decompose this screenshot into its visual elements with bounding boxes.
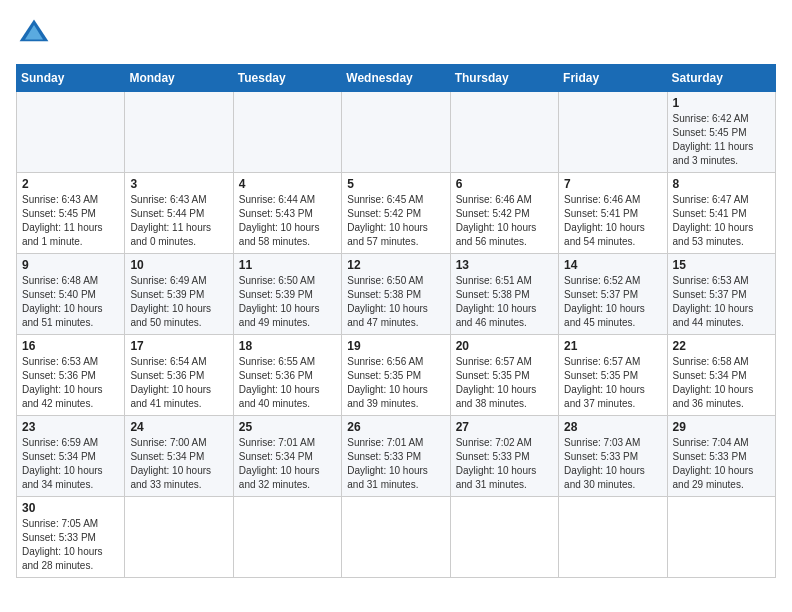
calendar-cell bbox=[342, 92, 450, 173]
calendar-cell bbox=[342, 497, 450, 578]
day-info: Sunrise: 6:46 AM Sunset: 5:42 PM Dayligh… bbox=[456, 193, 553, 249]
calendar-cell bbox=[17, 92, 125, 173]
day-info: Sunrise: 7:01 AM Sunset: 5:33 PM Dayligh… bbox=[347, 436, 444, 492]
day-number: 7 bbox=[564, 177, 661, 191]
calendar-cell bbox=[125, 497, 233, 578]
day-info: Sunrise: 6:53 AM Sunset: 5:37 PM Dayligh… bbox=[673, 274, 770, 330]
day-info: Sunrise: 6:56 AM Sunset: 5:35 PM Dayligh… bbox=[347, 355, 444, 411]
day-number: 4 bbox=[239, 177, 336, 191]
day-number: 27 bbox=[456, 420, 553, 434]
day-info: Sunrise: 6:58 AM Sunset: 5:34 PM Dayligh… bbox=[673, 355, 770, 411]
day-info: Sunrise: 6:57 AM Sunset: 5:35 PM Dayligh… bbox=[456, 355, 553, 411]
calendar-cell: 30Sunrise: 7:05 AM Sunset: 5:33 PM Dayli… bbox=[17, 497, 125, 578]
weekday-header: Sunday bbox=[17, 65, 125, 92]
logo bbox=[16, 16, 58, 52]
day-number: 2 bbox=[22, 177, 119, 191]
day-info: Sunrise: 7:02 AM Sunset: 5:33 PM Dayligh… bbox=[456, 436, 553, 492]
day-info: Sunrise: 6:45 AM Sunset: 5:42 PM Dayligh… bbox=[347, 193, 444, 249]
day-number: 25 bbox=[239, 420, 336, 434]
calendar-cell: 11Sunrise: 6:50 AM Sunset: 5:39 PM Dayli… bbox=[233, 254, 341, 335]
day-info: Sunrise: 6:54 AM Sunset: 5:36 PM Dayligh… bbox=[130, 355, 227, 411]
day-number: 23 bbox=[22, 420, 119, 434]
calendar-cell: 7Sunrise: 6:46 AM Sunset: 5:41 PM Daylig… bbox=[559, 173, 667, 254]
day-number: 24 bbox=[130, 420, 227, 434]
day-info: Sunrise: 6:48 AM Sunset: 5:40 PM Dayligh… bbox=[22, 274, 119, 330]
day-info: Sunrise: 6:53 AM Sunset: 5:36 PM Dayligh… bbox=[22, 355, 119, 411]
day-number: 17 bbox=[130, 339, 227, 353]
weekday-header: Wednesday bbox=[342, 65, 450, 92]
day-number: 16 bbox=[22, 339, 119, 353]
day-number: 1 bbox=[673, 96, 770, 110]
day-number: 9 bbox=[22, 258, 119, 272]
calendar-cell bbox=[233, 497, 341, 578]
calendar-cell: 3Sunrise: 6:43 AM Sunset: 5:44 PM Daylig… bbox=[125, 173, 233, 254]
calendar-cell: 9Sunrise: 6:48 AM Sunset: 5:40 PM Daylig… bbox=[17, 254, 125, 335]
calendar-cell: 20Sunrise: 6:57 AM Sunset: 5:35 PM Dayli… bbox=[450, 335, 558, 416]
weekday-header: Thursday bbox=[450, 65, 558, 92]
calendar-cell: 21Sunrise: 6:57 AM Sunset: 5:35 PM Dayli… bbox=[559, 335, 667, 416]
calendar-week: 1Sunrise: 6:42 AM Sunset: 5:45 PM Daylig… bbox=[17, 92, 776, 173]
day-number: 14 bbox=[564, 258, 661, 272]
calendar-week: 23Sunrise: 6:59 AM Sunset: 5:34 PM Dayli… bbox=[17, 416, 776, 497]
calendar-cell: 13Sunrise: 6:51 AM Sunset: 5:38 PM Dayli… bbox=[450, 254, 558, 335]
page-header bbox=[16, 16, 776, 52]
day-info: Sunrise: 6:59 AM Sunset: 5:34 PM Dayligh… bbox=[22, 436, 119, 492]
day-info: Sunrise: 6:52 AM Sunset: 5:37 PM Dayligh… bbox=[564, 274, 661, 330]
calendar-cell: 27Sunrise: 7:02 AM Sunset: 5:33 PM Dayli… bbox=[450, 416, 558, 497]
calendar-cell bbox=[233, 92, 341, 173]
calendar-cell: 18Sunrise: 6:55 AM Sunset: 5:36 PM Dayli… bbox=[233, 335, 341, 416]
calendar-cell: 1Sunrise: 6:42 AM Sunset: 5:45 PM Daylig… bbox=[667, 92, 775, 173]
day-number: 20 bbox=[456, 339, 553, 353]
calendar-cell: 29Sunrise: 7:04 AM Sunset: 5:33 PM Dayli… bbox=[667, 416, 775, 497]
weekday-header: Tuesday bbox=[233, 65, 341, 92]
calendar-week: 30Sunrise: 7:05 AM Sunset: 5:33 PM Dayli… bbox=[17, 497, 776, 578]
day-info: Sunrise: 7:00 AM Sunset: 5:34 PM Dayligh… bbox=[130, 436, 227, 492]
day-info: Sunrise: 6:42 AM Sunset: 5:45 PM Dayligh… bbox=[673, 112, 770, 168]
calendar-cell: 15Sunrise: 6:53 AM Sunset: 5:37 PM Dayli… bbox=[667, 254, 775, 335]
day-info: Sunrise: 6:44 AM Sunset: 5:43 PM Dayligh… bbox=[239, 193, 336, 249]
day-info: Sunrise: 6:50 AM Sunset: 5:38 PM Dayligh… bbox=[347, 274, 444, 330]
weekday-header: Saturday bbox=[667, 65, 775, 92]
day-info: Sunrise: 6:49 AM Sunset: 5:39 PM Dayligh… bbox=[130, 274, 227, 330]
day-number: 21 bbox=[564, 339, 661, 353]
calendar-cell: 14Sunrise: 6:52 AM Sunset: 5:37 PM Dayli… bbox=[559, 254, 667, 335]
calendar-cell bbox=[667, 497, 775, 578]
calendar-cell: 24Sunrise: 7:00 AM Sunset: 5:34 PM Dayli… bbox=[125, 416, 233, 497]
day-info: Sunrise: 6:51 AM Sunset: 5:38 PM Dayligh… bbox=[456, 274, 553, 330]
calendar-cell: 5Sunrise: 6:45 AM Sunset: 5:42 PM Daylig… bbox=[342, 173, 450, 254]
day-info: Sunrise: 6:46 AM Sunset: 5:41 PM Dayligh… bbox=[564, 193, 661, 249]
weekday-header: Friday bbox=[559, 65, 667, 92]
day-number: 3 bbox=[130, 177, 227, 191]
day-info: Sunrise: 6:50 AM Sunset: 5:39 PM Dayligh… bbox=[239, 274, 336, 330]
day-number: 28 bbox=[564, 420, 661, 434]
calendar-cell: 4Sunrise: 6:44 AM Sunset: 5:43 PM Daylig… bbox=[233, 173, 341, 254]
calendar-cell: 26Sunrise: 7:01 AM Sunset: 5:33 PM Dayli… bbox=[342, 416, 450, 497]
day-number: 10 bbox=[130, 258, 227, 272]
calendar-cell: 28Sunrise: 7:03 AM Sunset: 5:33 PM Dayli… bbox=[559, 416, 667, 497]
day-number: 13 bbox=[456, 258, 553, 272]
day-info: Sunrise: 6:57 AM Sunset: 5:35 PM Dayligh… bbox=[564, 355, 661, 411]
calendar-cell: 10Sunrise: 6:49 AM Sunset: 5:39 PM Dayli… bbox=[125, 254, 233, 335]
calendar-cell bbox=[450, 92, 558, 173]
calendar-week: 16Sunrise: 6:53 AM Sunset: 5:36 PM Dayli… bbox=[17, 335, 776, 416]
day-info: Sunrise: 7:04 AM Sunset: 5:33 PM Dayligh… bbox=[673, 436, 770, 492]
day-number: 8 bbox=[673, 177, 770, 191]
calendar-week: 9Sunrise: 6:48 AM Sunset: 5:40 PM Daylig… bbox=[17, 254, 776, 335]
calendar-cell bbox=[559, 92, 667, 173]
day-info: Sunrise: 6:43 AM Sunset: 5:44 PM Dayligh… bbox=[130, 193, 227, 249]
day-number: 26 bbox=[347, 420, 444, 434]
day-number: 18 bbox=[239, 339, 336, 353]
calendar-header: SundayMondayTuesdayWednesdayThursdayFrid… bbox=[17, 65, 776, 92]
calendar-week: 2Sunrise: 6:43 AM Sunset: 5:45 PM Daylig… bbox=[17, 173, 776, 254]
day-number: 22 bbox=[673, 339, 770, 353]
calendar-cell bbox=[450, 497, 558, 578]
weekday-header: Monday bbox=[125, 65, 233, 92]
logo-icon bbox=[16, 16, 52, 52]
day-info: Sunrise: 6:55 AM Sunset: 5:36 PM Dayligh… bbox=[239, 355, 336, 411]
calendar-cell: 25Sunrise: 7:01 AM Sunset: 5:34 PM Dayli… bbox=[233, 416, 341, 497]
day-info: Sunrise: 6:47 AM Sunset: 5:41 PM Dayligh… bbox=[673, 193, 770, 249]
day-number: 29 bbox=[673, 420, 770, 434]
day-number: 6 bbox=[456, 177, 553, 191]
day-info: Sunrise: 7:03 AM Sunset: 5:33 PM Dayligh… bbox=[564, 436, 661, 492]
calendar-table: SundayMondayTuesdayWednesdayThursdayFrid… bbox=[16, 64, 776, 578]
